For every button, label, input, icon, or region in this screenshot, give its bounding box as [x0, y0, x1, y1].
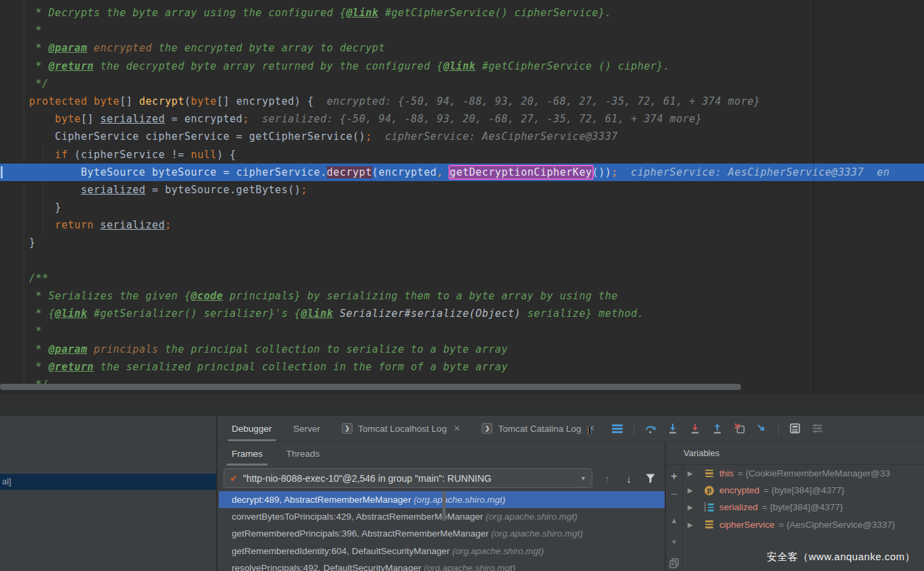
- variable-name: encrypted: [719, 485, 759, 495]
- watermark: 安全客（www.anquanke.com）: [767, 551, 915, 564]
- close-icon[interactable]: ✕: [588, 424, 595, 433]
- variable-row[interactable]: ▶cipherService= {AesCipherService@3337}: [683, 516, 924, 533]
- stack-frame-row[interactable]: getRememberedIdentity:604, DefaultSecuri…: [219, 543, 665, 560]
- expand-arrow-icon[interactable]: ▶: [688, 521, 697, 528]
- tool-tab-debugger[interactable]: Debugger: [224, 416, 279, 441]
- move-up-icon[interactable]: ▲: [666, 514, 682, 527]
- variable-value: = {CookieRememberMeManager@33: [738, 468, 890, 478]
- layout-editor-icon[interactable]: [811, 422, 823, 435]
- frame-package: (org.apache.shiro.mgt): [486, 512, 578, 522]
- chevron-down-icon[interactable]: ▼: [580, 475, 586, 482]
- tab-threads[interactable]: Threads: [280, 441, 327, 466]
- debug-toolbar: [611, 416, 823, 441]
- frame-method: resolvePrincipals:492, DefaultSecurityMa…: [232, 563, 424, 571]
- horizontal-scrollbar[interactable]: [0, 384, 741, 390]
- variable-value: = {byte[384]@4377}: [763, 485, 844, 495]
- variable-name: cipherService: [719, 520, 775, 530]
- code-line[interactable]: *: [0, 22, 924, 39]
- step-into-icon[interactable]: [667, 422, 679, 435]
- code-line[interactable]: }: [0, 199, 924, 216]
- layout-menu-icon[interactable]: [611, 422, 623, 435]
- tool-tab-tomcat-catalina-log[interactable]: ❯Tomcat Catalina Log✕: [474, 416, 602, 441]
- code-editor[interactable]: * Decrypts the byte array using the conf…: [0, 0, 924, 394]
- variable-name: this: [719, 468, 734, 478]
- left-panel-selected-row[interactable]: al]: [0, 474, 216, 490]
- tool-tab-server[interactable]: Server: [286, 416, 328, 441]
- code-line[interactable]: byte[] serialized = encrypted; serialize…: [0, 110, 924, 128]
- frames-scrollbar[interactable]: [442, 491, 446, 521]
- variables-title: Variables: [684, 448, 719, 458]
- expand-arrow-icon[interactable]: ▶: [688, 503, 697, 511]
- code-line[interactable]: CipherService cipherService = getCipherS…: [0, 128, 924, 145]
- variable-value: = {AesCipherService@3337}: [779, 520, 895, 530]
- previous-frame-icon[interactable]: ↑: [600, 471, 614, 486]
- code-line[interactable]: * @param principals the principal collec…: [0, 341, 924, 358]
- ide-window: * Decrypts the byte array using the conf…: [0, 0, 924, 571]
- tab-frames[interactable]: Frames: [225, 441, 270, 466]
- frame-package: (org.apache.shiro.mgt): [424, 563, 515, 571]
- stack-frame-row[interactable]: resolvePrincipals:492, DefaultSecurityMa…: [219, 560, 665, 571]
- duplicate-icon[interactable]: [666, 556, 682, 570]
- hide-frames-filter-icon[interactable]: [644, 471, 657, 486]
- drop-frame-icon[interactable]: [734, 422, 746, 435]
- move-down-icon[interactable]: ▼: [666, 535, 682, 549]
- code-line[interactable]: */: [0, 75, 924, 93]
- tool-tab-label: Tomcat Catalina Log: [498, 424, 581, 434]
- variable-row[interactable]: ▶this= {CookieRememberMeManager@33: [683, 465, 924, 482]
- thread-selector-row: ✔ "http-nio-8088-exec-10"@2,546 in group…: [219, 466, 665, 491]
- close-icon[interactable]: ✕: [453, 424, 460, 433]
- frame-method: decrypt:489, AbstractRememberMeManager: [232, 495, 413, 505]
- toolbar-separator: [634, 422, 634, 435]
- code-line[interactable]: if (cipherService != null) {: [0, 146, 924, 164]
- frame-method: convertBytesToPrincipals:429, AbstractRe…: [232, 512, 486, 522]
- next-frame-icon[interactable]: ↓: [622, 471, 636, 486]
- value-icon: [704, 468, 715, 479]
- remove-watch-icon[interactable]: −: [666, 488, 682, 501]
- tool-tabs: DebuggerServer❯Tomcat Localhost Log✕❯Tom…: [224, 416, 609, 441]
- frame-package: (org.apache.shiro.mgt): [452, 546, 544, 556]
- checkmark-icon: ✔: [230, 473, 238, 484]
- code-line[interactable]: *: [0, 322, 924, 340]
- frame-package: (org.apache.shiro.mgt): [491, 528, 583, 539]
- code-line[interactable]: return serialized;: [0, 216, 924, 234]
- execution-line[interactable]: ByteSource byteSource = cipherService.de…: [0, 164, 924, 181]
- editor-bottom-strip: [0, 394, 924, 414]
- step-out-icon[interactable]: [711, 422, 723, 435]
- code-line[interactable]: * {@link #getSerializer() serializer}'s …: [0, 305, 924, 322]
- stack-frame-row[interactable]: getRememberedPrincipals:396, AbstractRem…: [219, 525, 665, 542]
- frame-package: (org.apache.shiro.mgt): [413, 495, 505, 505]
- variables-toolbar: + − ▲ ▼: [666, 465, 683, 571]
- expand-arrow-icon[interactable]: ▶: [688, 470, 697, 477]
- code-area[interactable]: * Decrypts the byte array using the conf…: [0, 4, 924, 393]
- tool-tab-label: Tomcat Localhost Log: [358, 424, 446, 434]
- code-line[interactable]: }: [0, 234, 924, 251]
- code-line[interactable]: /**: [0, 270, 924, 287]
- variable-row[interactable]: ▶pencrypted= {byte[384]@4377}: [683, 482, 924, 499]
- parameter-icon: p: [704, 485, 715, 496]
- tool-tab-tomcat-localhost-log[interactable]: ❯Tomcat Localhost Log✕: [334, 416, 467, 441]
- expand-arrow-icon[interactable]: ▶: [688, 487, 697, 494]
- thread-selector-dropdown[interactable]: ✔ "http-nio-8088-exec-10"@2,546 in group…: [224, 468, 592, 488]
- code-line[interactable]: * Decrypts the byte array using the conf…: [0, 4, 924, 22]
- variable-value: = {byte[384]@4377}: [762, 502, 843, 512]
- code-line[interactable]: * @param encrypted the encrypted byte ar…: [0, 39, 924, 57]
- run-to-cursor-icon[interactable]: [756, 422, 768, 435]
- code-line[interactable]: protected byte[] decrypt(byte[] encrypte…: [0, 93, 924, 110]
- add-watch-icon[interactable]: +: [666, 470, 682, 483]
- code-line[interactable]: [0, 252, 924, 270]
- thread-selector-label: "http-nio-8088-exec-10"@2,546 in group "…: [243, 473, 576, 484]
- step-over-icon[interactable]: [644, 422, 657, 435]
- variable-row[interactable]: ▶serialized= {byte[384]@4377}: [683, 499, 924, 516]
- code-line[interactable]: * Serializes the given {@code principals…: [0, 287, 924, 305]
- tool-tab-label: Debugger: [232, 424, 272, 434]
- code-line[interactable]: * @return the serialized principal colle…: [0, 358, 924, 376]
- variables-header: Variables: [666, 441, 924, 465]
- frame-method: getRememberedIdentity:604, DefaultSecuri…: [232, 546, 452, 556]
- force-step-into-icon[interactable]: [689, 422, 701, 435]
- console-icon: ❯: [482, 423, 492, 434]
- evaluate-expression-icon[interactable]: [789, 422, 801, 435]
- code-line[interactable]: * @return the decrypted byte array retur…: [0, 57, 924, 75]
- code-line[interactable]: serialized = byteSource.getBytes();: [0, 181, 924, 199]
- variable-name: serialized: [719, 502, 758, 512]
- frames-tab-bar: FramesThreads: [219, 441, 665, 466]
